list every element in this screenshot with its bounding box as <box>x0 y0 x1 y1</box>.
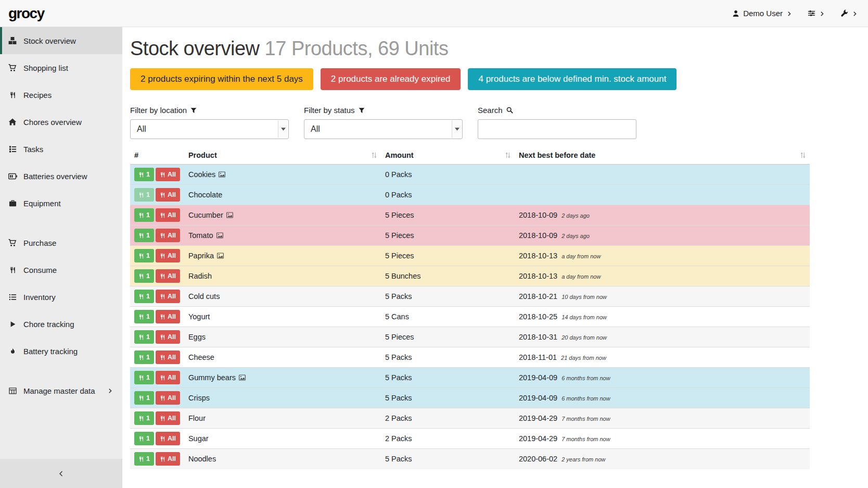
consume-one-button[interactable]: 1 <box>134 411 154 425</box>
image-icon[interactable] <box>226 212 233 218</box>
sidebar-item-equipment[interactable]: Equipment <box>0 190 122 217</box>
stock-alerts: 2 products expiring within the next 5 da… <box>130 68 810 90</box>
sort-icon[interactable] <box>800 152 806 159</box>
search-input[interactable] <box>478 119 636 139</box>
stock-alert-button-1[interactable]: 2 products expiring within the next 5 da… <box>130 68 313 90</box>
stock-alert-button-3[interactable]: 4 products are below defined min. stock … <box>468 68 676 90</box>
sidebar-item-tasks[interactable]: Tasks <box>0 135 122 162</box>
consume-all-button[interactable]: All <box>156 330 180 344</box>
bbd-cell: 2018-10-13 a day from now <box>515 266 810 286</box>
sidebar-item-manage-master-data[interactable]: Manage master data <box>0 377 122 404</box>
product-name[interactable]: Cheese <box>188 353 214 361</box>
bbd-cell: 2018-10-31 20 days from now <box>515 327 810 347</box>
consume-all-button[interactable]: All <box>156 432 180 445</box>
sidebar-item-batteries-overview[interactable]: Batteries overview <box>0 162 122 190</box>
consume-one-button[interactable]: 1 <box>134 432 154 445</box>
sidebar-nav: Stock overviewShopping listRecipesChores… <box>0 27 122 404</box>
consume-one-button[interactable]: 1 <box>134 249 154 262</box>
image-icon[interactable] <box>219 171 225 178</box>
product-name[interactable]: Crisps <box>188 394 210 402</box>
table-row: 1AllYogurt5 Cans2018-10-25 14 days from … <box>130 307 810 327</box>
product-name[interactable]: Flour <box>188 414 206 422</box>
column-header-amount[interactable]: Amount <box>381 146 515 165</box>
utensils-icon <box>160 172 165 178</box>
product-name[interactable]: Radish <box>188 272 212 280</box>
status-select[interactable]: All <box>304 119 463 139</box>
consume-one-button[interactable]: 1 <box>134 269 154 283</box>
consume-one-button[interactable]: 1 <box>134 452 154 466</box>
consume-all-button[interactable]: All <box>156 411 180 425</box>
consume-one-button[interactable]: 1 <box>134 371 154 384</box>
sidebar-item-battery-tracking[interactable]: Battery tracking <box>0 337 122 365</box>
consume-all-button[interactable]: All <box>156 208 180 222</box>
product-name[interactable]: Tomato <box>188 231 213 240</box>
sidebar-item-consume[interactable]: Consume <box>0 256 122 283</box>
product-name[interactable]: Cookies <box>188 170 215 179</box>
product-name[interactable]: Cold cuts <box>188 292 220 301</box>
consume-one-button[interactable]: 1 <box>134 168 154 181</box>
product-cell: Eggs <box>184 327 381 347</box>
consume-one-button[interactable]: 1 <box>134 188 154 202</box>
product-name[interactable]: Gummy bears <box>188 373 236 382</box>
row-actions-cell: 1All <box>130 266 184 286</box>
sidebar-item-stock-overview[interactable]: Stock overview <box>0 27 122 54</box>
consume-all-button[interactable]: All <box>156 168 180 181</box>
sidebar-item-chore-tracking[interactable]: Chore tracking <box>0 310 122 337</box>
consume-all-button[interactable]: All <box>156 371 180 384</box>
product-name[interactable]: Cucumber <box>188 211 223 219</box>
location-select[interactable]: All <box>130 119 289 139</box>
consume-all-button[interactable]: All <box>156 351 180 364</box>
consume-one-button[interactable]: 1 <box>134 310 154 323</box>
collapse-sidebar-button[interactable] <box>0 459 122 488</box>
sort-icon[interactable] <box>372 152 377 159</box>
utensils-icon <box>160 192 165 198</box>
utensils-icon <box>138 436 144 442</box>
product-name[interactable]: Paprika <box>188 252 214 260</box>
column-header-bbd[interactable]: Next best before date <box>515 146 810 165</box>
consume-all-button[interactable]: All <box>156 310 180 323</box>
image-icon[interactable] <box>239 374 246 381</box>
boxes-icon <box>7 36 18 45</box>
column-header-product[interactable]: Product <box>184 146 381 165</box>
sidebar-item-label: Chores overview <box>23 118 82 127</box>
consume-one-button[interactable]: 1 <box>134 330 154 344</box>
utensils-icon <box>160 253 165 259</box>
consume-all-button[interactable]: All <box>156 391 180 405</box>
product-name[interactable]: Yogurt <box>188 312 210 321</box>
sidebar-item-chores-overview[interactable]: Chores overview <box>0 108 122 135</box>
status-select-value: All <box>311 124 320 134</box>
consume-one-button[interactable]: 1 <box>134 229 154 242</box>
consume-all-button[interactable]: All <box>156 249 180 262</box>
product-name[interactable]: Eggs <box>188 333 206 341</box>
consume-one-button[interactable]: 1 <box>134 290 154 303</box>
sidebar-item-inventory[interactable]: Inventory <box>0 283 122 310</box>
consume-one-button[interactable]: 1 <box>134 351 154 364</box>
consume-all-button[interactable]: All <box>156 229 180 242</box>
sidebar-item-recipes[interactable]: Recipes <box>0 81 122 108</box>
sidebar-item-purchase[interactable]: Purchase <box>0 229 122 256</box>
stock-alert-button-2[interactable]: 2 products are already expired <box>321 68 461 90</box>
image-icon[interactable] <box>216 232 223 239</box>
sidebar-item-shopping-list[interactable]: Shopping list <box>0 54 122 81</box>
bbd-cell: 2018-10-21 10 days from now <box>515 286 810 307</box>
user-menu[interactable]: Demo User <box>732 9 792 18</box>
product-name[interactable]: Chocolate <box>188 191 222 199</box>
product-cell: Chocolate <box>184 185 381 205</box>
consume-one-button[interactable]: 1 <box>134 391 154 405</box>
sidebar-item-label: Chore tracking <box>23 320 74 329</box>
product-name[interactable]: Sugar <box>188 434 209 443</box>
settings-menu[interactable] <box>808 9 825 17</box>
admin-tools-menu[interactable] <box>840 9 858 17</box>
bbd-relative-note: 6 months from now <box>561 395 610 402</box>
consume-all-button[interactable]: All <box>156 269 180 283</box>
image-icon[interactable] <box>217 253 224 259</box>
product-cell: Paprika <box>184 246 381 266</box>
consume-all-button[interactable]: All <box>156 188 180 202</box>
sort-icon[interactable] <box>505 152 510 159</box>
consume-one-button[interactable]: 1 <box>134 208 154 222</box>
consume-all-button[interactable]: All <box>156 452 180 466</box>
product-name[interactable]: Noodles <box>188 455 216 463</box>
product-cell: Sugar <box>184 429 381 449</box>
consume-all-button[interactable]: All <box>156 290 180 303</box>
app-logo[interactable]: grocy <box>8 5 44 22</box>
